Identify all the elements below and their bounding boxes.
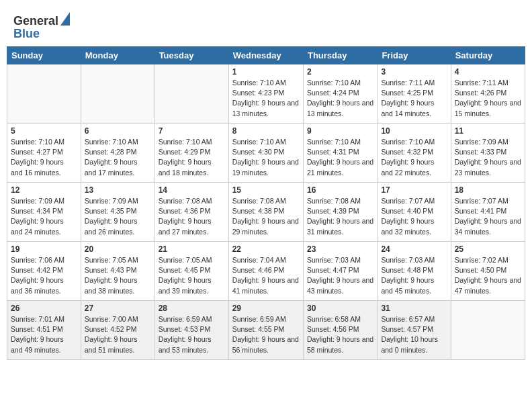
day-number: 18 — [455, 185, 521, 195]
weekday-header-sunday: Sunday — [7, 47, 81, 64]
day-number: 20 — [85, 244, 151, 254]
day-number: 31 — [381, 304, 447, 313]
day-info: Sunrise: 7:10 AMSunset: 4:30 PMDaylight:… — [232, 137, 300, 178]
logo: General Blue — [13, 12, 70, 41]
logo-triangle — [60, 12, 70, 28]
calendar-day-6: 6Sunrise: 7:10 AMSunset: 4:28 PMDaylight… — [81, 124, 154, 183]
calendar-day-16: 16Sunrise: 7:08 AMSunset: 4:39 PMDayligh… — [303, 183, 377, 242]
calendar-day-31: 31Sunrise: 6:57 AMSunset: 4:57 PMDayligh… — [378, 301, 451, 360]
calendar-day-23: 23Sunrise: 7:03 AMSunset: 4:47 PMDayligh… — [303, 242, 377, 301]
day-number: 25 — [455, 244, 521, 254]
calendar-day-28: 28Sunrise: 6:59 AMSunset: 4:53 PMDayligh… — [154, 301, 228, 360]
day-info: Sunrise: 7:09 AMSunset: 4:34 PMDaylight:… — [11, 196, 77, 237]
day-info: Sunrise: 7:07 AMSunset: 4:41 PMDaylight:… — [455, 196, 521, 237]
calendar-day-27: 27Sunrise: 7:00 AMSunset: 4:52 PMDayligh… — [81, 301, 154, 360]
weekday-header-tuesday: Tuesday — [154, 47, 228, 64]
calendar-day-8: 8Sunrise: 7:10 AMSunset: 4:30 PMDaylight… — [228, 124, 303, 183]
day-info: Sunrise: 7:09 AMSunset: 4:35 PMDaylight:… — [85, 196, 151, 237]
calendar-day-4: 4Sunrise: 7:11 AMSunset: 4:26 PMDaylight… — [451, 64, 525, 124]
calendar-day-17: 17Sunrise: 7:07 AMSunset: 4:40 PMDayligh… — [378, 183, 451, 242]
day-info: Sunrise: 7:10 AMSunset: 4:28 PMDaylight:… — [85, 137, 151, 178]
day-info: Sunrise: 7:10 AMSunset: 4:23 PMDaylight:… — [232, 78, 300, 119]
day-number: 22 — [232, 244, 300, 254]
day-info: Sunrise: 7:05 AMSunset: 4:43 PMDaylight:… — [85, 255, 151, 296]
calendar-day-18: 18Sunrise: 7:07 AMSunset: 4:41 PMDayligh… — [451, 183, 525, 242]
calendar-day-12: 12Sunrise: 7:09 AMSunset: 4:34 PMDayligh… — [7, 183, 81, 242]
day-info: Sunrise: 7:10 AMSunset: 4:32 PMDaylight:… — [381, 137, 447, 178]
day-info: Sunrise: 6:57 AMSunset: 4:57 PMDaylight:… — [381, 314, 447, 355]
weekday-header-thursday: Thursday — [303, 47, 377, 64]
calendar-day-9: 9Sunrise: 7:10 AMSunset: 4:31 PMDaylight… — [303, 124, 377, 183]
calendar-day-22: 22Sunrise: 7:04 AMSunset: 4:46 PMDayligh… — [228, 242, 303, 301]
calendar-day-2: 2Sunrise: 7:10 AMSunset: 4:24 PMDaylight… — [303, 64, 377, 124]
day-number: 26 — [11, 304, 77, 313]
day-info: Sunrise: 7:08 AMSunset: 4:39 PMDaylight:… — [307, 196, 373, 237]
day-info: Sunrise: 7:10 AMSunset: 4:24 PMDaylight:… — [307, 78, 373, 119]
day-info: Sunrise: 7:10 AMSunset: 4:29 PMDaylight:… — [159, 137, 225, 178]
calendar-day-29: 29Sunrise: 6:59 AMSunset: 4:55 PMDayligh… — [228, 301, 303, 360]
calendar-day-1: 1Sunrise: 7:10 AMSunset: 4:23 PMDaylight… — [228, 64, 303, 124]
weekday-header-monday: Monday — [81, 47, 154, 64]
day-number: 30 — [307, 304, 373, 313]
day-info: Sunrise: 7:08 AMSunset: 4:38 PMDaylight:… — [232, 196, 300, 237]
day-number: 27 — [85, 304, 151, 313]
day-number: 5 — [11, 126, 77, 136]
day-info: Sunrise: 7:06 AMSunset: 4:42 PMDaylight:… — [11, 255, 77, 296]
day-number: 1 — [232, 67, 300, 77]
day-number: 15 — [232, 185, 300, 195]
calendar-day-3: 3Sunrise: 7:11 AMSunset: 4:25 PMDaylight… — [378, 64, 451, 124]
day-info: Sunrise: 7:09 AMSunset: 4:33 PMDaylight:… — [455, 137, 521, 178]
day-info: Sunrise: 6:58 AMSunset: 4:56 PMDaylight:… — [307, 314, 373, 355]
day-info: Sunrise: 7:10 AMSunset: 4:31 PMDaylight:… — [307, 137, 373, 178]
day-info: Sunrise: 7:04 AMSunset: 4:46 PMDaylight:… — [232, 255, 300, 296]
calendar-day-empty — [451, 301, 525, 360]
day-number: 29 — [232, 304, 300, 313]
calendar-day-5: 5Sunrise: 7:10 AMSunset: 4:27 PMDaylight… — [7, 124, 81, 183]
weekday-header-friday: Friday — [378, 47, 451, 64]
day-number: 10 — [381, 126, 447, 136]
calendar-day-30: 30Sunrise: 6:58 AMSunset: 4:56 PMDayligh… — [303, 301, 377, 360]
calendar-day-empty — [154, 64, 228, 124]
day-info: Sunrise: 7:10 AMSunset: 4:27 PMDaylight:… — [11, 137, 77, 178]
logo-blue: Blue — [13, 27, 40, 41]
day-number: 19 — [11, 244, 77, 254]
day-number: 13 — [85, 185, 151, 195]
day-number: 23 — [307, 244, 373, 254]
day-info: Sunrise: 7:05 AMSunset: 4:45 PMDaylight:… — [159, 255, 225, 296]
day-number: 28 — [159, 304, 225, 313]
day-number: 8 — [232, 126, 300, 136]
calendar-day-20: 20Sunrise: 7:05 AMSunset: 4:43 PMDayligh… — [81, 242, 154, 301]
day-info: Sunrise: 7:01 AMSunset: 4:51 PMDaylight:… — [11, 314, 77, 355]
day-number: 14 — [159, 185, 225, 195]
day-info: Sunrise: 7:00 AMSunset: 4:52 PMDaylight:… — [85, 314, 151, 355]
day-number: 11 — [455, 126, 521, 136]
calendar-day-25: 25Sunrise: 7:02 AMSunset: 4:50 PMDayligh… — [451, 242, 525, 301]
calendar-day-11: 11Sunrise: 7:09 AMSunset: 4:33 PMDayligh… — [451, 124, 525, 183]
calendar-day-7: 7Sunrise: 7:10 AMSunset: 4:29 PMDaylight… — [154, 124, 228, 183]
weekday-header-wednesday: Wednesday — [228, 47, 303, 64]
calendar-table: SundayMondayTuesdayWednesdayThursdayFrid… — [7, 46, 525, 360]
day-number: 17 — [381, 185, 447, 195]
day-number: 3 — [381, 67, 447, 77]
day-info: Sunrise: 6:59 AMSunset: 4:53 PMDaylight:… — [159, 314, 225, 355]
svg-marker-0 — [60, 12, 70, 26]
day-info: Sunrise: 7:11 AMSunset: 4:25 PMDaylight:… — [381, 78, 447, 119]
day-number: 24 — [381, 244, 447, 254]
day-number: 9 — [307, 126, 373, 136]
calendar-day-24: 24Sunrise: 7:03 AMSunset: 4:48 PMDayligh… — [378, 242, 451, 301]
calendar-day-19: 19Sunrise: 7:06 AMSunset: 4:42 PMDayligh… — [7, 242, 81, 301]
day-info: Sunrise: 7:11 AMSunset: 4:26 PMDaylight:… — [455, 78, 521, 119]
day-info: Sunrise: 7:03 AMSunset: 4:48 PMDaylight:… — [381, 255, 447, 296]
day-info: Sunrise: 7:07 AMSunset: 4:40 PMDaylight:… — [381, 196, 447, 237]
calendar-day-21: 21Sunrise: 7:05 AMSunset: 4:45 PMDayligh… — [154, 242, 228, 301]
day-number: 6 — [85, 126, 151, 136]
page-header: General Blue — [7, 7, 525, 44]
day-info: Sunrise: 7:02 AMSunset: 4:50 PMDaylight:… — [455, 255, 521, 296]
day-number: 7 — [159, 126, 225, 136]
day-number: 4 — [455, 67, 521, 77]
day-info: Sunrise: 7:08 AMSunset: 4:36 PMDaylight:… — [159, 196, 225, 237]
day-number: 21 — [159, 244, 225, 254]
calendar-day-26: 26Sunrise: 7:01 AMSunset: 4:51 PMDayligh… — [7, 301, 81, 360]
day-number: 2 — [307, 67, 373, 77]
calendar-day-empty — [81, 64, 154, 124]
